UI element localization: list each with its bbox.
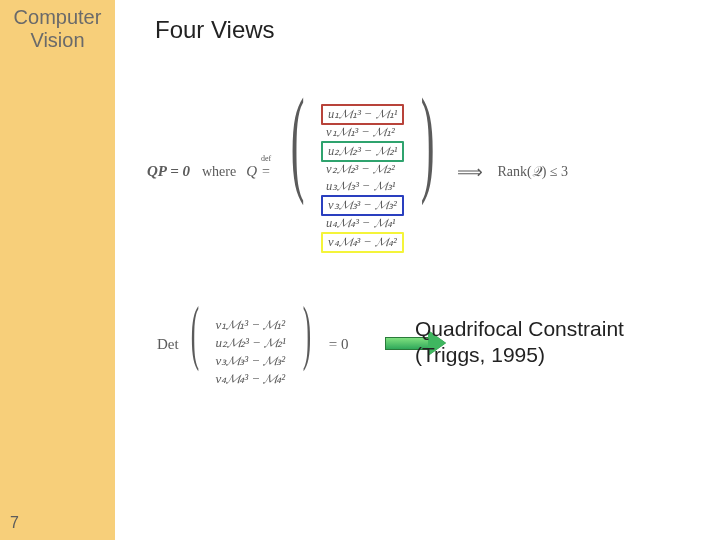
matrix-row: v₂𝓜₂³ − 𝓜₂²	[321, 162, 404, 179]
paren-left-icon: (	[190, 300, 198, 365]
matrix-row: u₃𝓜₃³ − 𝓜₃¹	[321, 179, 404, 196]
det-label: Det	[157, 336, 179, 353]
annotation-line2: (Triggs, 1995)	[415, 343, 545, 366]
where-text: where	[202, 164, 236, 180]
annotation-line1: Quadrifocal Constraint	[415, 317, 624, 340]
annotation-text: Quadrifocal Constraint (Triggs, 1995)	[415, 316, 624, 369]
course-title-line1: Computer	[14, 6, 102, 28]
matrix-row: v₁𝓜₁³ − 𝓜₁²	[321, 125, 404, 142]
matrix-8x1: ( u₁𝓜₁³ − 𝓜₁¹ v₁𝓜₁³ − 𝓜₁² u₂𝓜₂³ − 𝓜₂¹ v₂…	[278, 90, 448, 253]
equation-det: Det ( v₁𝓜₁³ − 𝓜₁² u₂𝓜₂³ − 𝓜₂¹ v₃𝓜₃³ − 𝓜₃…	[157, 300, 348, 388]
course-title-line2: Vision	[30, 29, 84, 51]
paren-right-icon: )	[303, 300, 311, 365]
rank-statement: Rank(𝒬) ≤ 3	[497, 164, 568, 180]
matrix-row: u₂𝓜₂³ − 𝓜₂¹	[210, 335, 291, 353]
q-symbol: Q	[246, 163, 257, 180]
matrix-row: v₃𝓜₃³ − 𝓜₃²	[321, 195, 404, 216]
slide-content: Four Views QP = 0 where Q def = ( u₁𝓜₁³ …	[115, 0, 720, 540]
equals-zero: = 0	[329, 336, 349, 353]
matrix-rows: u₁𝓜₁³ − 𝓜₁¹ v₁𝓜₁³ − 𝓜₁² u₂𝓜₂³ − 𝓜₂¹ v₂𝓜₂…	[321, 104, 404, 253]
matrix-row: v₄𝓜₄³ − 𝓜₄²	[210, 370, 291, 388]
paren-right-icon: )	[421, 88, 435, 194]
implies-icon: ⟹	[457, 161, 483, 183]
def-label: def	[261, 154, 271, 163]
qp-lhs: QP = 0	[147, 163, 190, 180]
equation-qp: QP = 0 where Q def = ( u₁𝓜₁³ − 𝓜₁¹ v₁𝓜₁³…	[147, 90, 568, 253]
slide-title: Four Views	[155, 16, 275, 44]
matrix-row: v₄𝓜₄³ − 𝓜₄²	[321, 232, 404, 253]
matrix-row: u₁𝓜₁³ − 𝓜₁¹	[321, 104, 404, 125]
sidebar: Computer Vision 7	[0, 0, 115, 540]
def-equals: def =	[262, 164, 270, 180]
course-title: Computer Vision	[0, 6, 115, 52]
matrix-row: v₁𝓜₁³ − 𝓜₁²	[210, 317, 291, 335]
matrix-4x1: ( v₁𝓜₁³ − 𝓜₁² u₂𝓜₂³ − 𝓜₂¹ v₃𝓜₃³ − 𝓜₃² v₄…	[183, 300, 319, 388]
matrix-row: u₄𝓜₄³ − 𝓜₄¹	[321, 216, 404, 233]
q-definition: Q def = ( u₁𝓜₁³ − 𝓜₁¹ v₁𝓜₁³ − 𝓜₁² u₂𝓜₂³ …	[246, 90, 447, 253]
page-number: 7	[10, 514, 19, 532]
matrix-row: u₂𝓜₂³ − 𝓜₂¹	[321, 141, 404, 162]
paren-left-icon: (	[291, 88, 305, 194]
matrix-row: v₃𝓜₃³ − 𝓜₃²	[210, 353, 291, 371]
matrix-rows: v₁𝓜₁³ − 𝓜₁² u₂𝓜₂³ − 𝓜₂¹ v₃𝓜₃³ − 𝓜₃² v₄𝓜₄…	[210, 317, 291, 389]
